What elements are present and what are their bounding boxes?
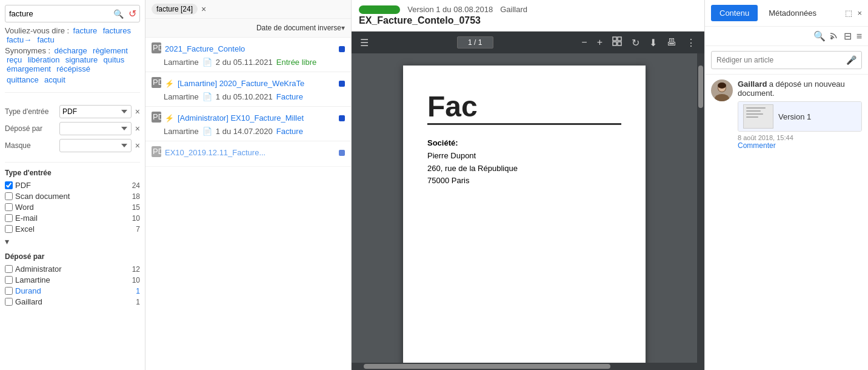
version-label: Version 1 du 08.08.2018 bbox=[407, 5, 493, 14]
toolbar-feed-icon[interactable] bbox=[830, 31, 839, 42]
facet-depose-durand-checkbox[interactable] bbox=[5, 287, 13, 295]
syn-emargement[interactable]: émargement bbox=[7, 64, 51, 73]
result-item-3[interactable]: PDF ⚡ [Administrator] EX10_Facture_Mille… bbox=[145, 107, 351, 141]
result-item-2[interactable]: PDF ⚡ [Lamartine] 2020_Facture_WeKraTe L… bbox=[145, 72, 351, 107]
viewer-scroll-content[interactable]: Fac Société: Pierre Dupont 260, rue de l… bbox=[352, 53, 697, 363]
result-item-3-name[interactable]: [Administrator] EX10_Facture_Millet bbox=[178, 113, 335, 123]
did-you-mean-label: Vouliez-vous dire : bbox=[5, 26, 69, 35]
facet-depose-admin-count: 12 bbox=[132, 265, 140, 274]
facet-type-word-checkbox[interactable] bbox=[5, 203, 13, 211]
synonyms-row2: quittance acquit bbox=[5, 75, 140, 84]
close-panel-icon[interactable]: × bbox=[857, 8, 862, 18]
facet-depose-lamartine-checkbox[interactable] bbox=[5, 276, 13, 284]
facet-type-scan: Scan document 18 bbox=[5, 192, 140, 201]
viewer-vertical-scrollbar[interactable] bbox=[697, 53, 704, 363]
result-item-2-folder: Lamartine bbox=[164, 92, 199, 101]
viewer-menu-btn[interactable]: ☰ bbox=[358, 36, 371, 50]
close-tag-button[interactable]: × bbox=[201, 4, 206, 14]
syn-recu[interactable]: reçu bbox=[7, 55, 22, 64]
sort-label[interactable]: Date de document inverse bbox=[256, 24, 341, 32]
suggestion-factures[interactable]: factures bbox=[103, 26, 131, 35]
result-item-2-tag[interactable]: Facture bbox=[276, 92, 303, 101]
suggestion-facture[interactable]: facture bbox=[73, 26, 98, 35]
search-bar: 🔍 ↺ bbox=[5, 5, 140, 22]
toolbar-search-icon[interactable]: 🔍 bbox=[813, 30, 826, 42]
reset-search-button[interactable]: ↺ bbox=[126, 8, 139, 19]
syn-recepisse[interactable]: récépissé bbox=[56, 64, 90, 73]
comment-input[interactable] bbox=[716, 56, 846, 64]
filter-masque-select[interactable] bbox=[59, 139, 132, 152]
syn-quitus[interactable]: quitus bbox=[104, 55, 125, 64]
facet-type-pdf-count: 24 bbox=[132, 181, 140, 190]
syn-decharge[interactable]: décharge bbox=[55, 46, 87, 55]
facet-depose-gaillard-checkbox[interactable] bbox=[5, 298, 13, 306]
facet-type-scan-checkbox[interactable] bbox=[5, 192, 13, 200]
divider-1 bbox=[5, 92, 140, 93]
svg-rect-10 bbox=[613, 42, 616, 45]
result-item-3-tag[interactable]: Facture bbox=[276, 127, 303, 136]
facet-type-title: Type d'entrée bbox=[5, 169, 140, 177]
viewer-horizontal-scrollbar[interactable] bbox=[352, 363, 704, 370]
version-preview-thumbnail bbox=[743, 104, 773, 129]
tab-metadata[interactable]: Métadonnées bbox=[760, 5, 825, 21]
suggestion-factu[interactable]: factu bbox=[38, 35, 55, 44]
syn-liberation[interactable]: libération bbox=[28, 55, 60, 64]
page-indicator[interactable] bbox=[457, 36, 493, 49]
toolbar-filter-icon[interactable]: ⊟ bbox=[844, 30, 852, 42]
more-options-btn[interactable]: ⋮ bbox=[684, 36, 698, 50]
result-item-3-pdf-icon: PDF bbox=[152, 112, 161, 124]
result-item-3-folder: Lamartine bbox=[164, 127, 199, 136]
syn-quittance[interactable]: quittance bbox=[7, 75, 39, 84]
svg-rect-11 bbox=[618, 42, 621, 45]
comment-link[interactable]: Commenter bbox=[738, 141, 862, 150]
did-you-mean-row: Vouliez-vous dire : facture factures fac… bbox=[5, 26, 140, 44]
viewer-toolbar: ☰ − + ↻ ⬇ 🖶 ⋮ bbox=[352, 32, 704, 53]
syn-signature[interactable]: signature bbox=[65, 55, 98, 64]
download-btn[interactable]: ⬇ bbox=[647, 36, 659, 50]
print-btn[interactable]: 🖶 bbox=[664, 36, 679, 49]
suggestion-factu-arrow[interactable]: factu→ bbox=[7, 35, 32, 44]
rotate-btn[interactable]: ↻ bbox=[629, 36, 642, 50]
activity-time: 8 août 2018, 15:44 bbox=[738, 134, 862, 141]
filter-type-row: Type d'entrée PDF × bbox=[5, 105, 140, 118]
result-item-1-meta: Lamartine 📄 2 du 05.11.2021 Entrée libre bbox=[152, 58, 345, 67]
facet-depose-admin-checkbox[interactable] bbox=[5, 265, 13, 273]
fit-page-btn[interactable] bbox=[610, 35, 624, 50]
search-input[interactable] bbox=[9, 9, 111, 18]
filter-type-clear[interactable]: × bbox=[135, 107, 140, 116]
search-button[interactable]: 🔍 bbox=[111, 9, 126, 19]
result-item-2-name[interactable]: [Lamartine] 2020_Facture_WeKraTe bbox=[178, 79, 335, 88]
result-item-4-name[interactable]: EX10_2019.12.11_Facture... bbox=[165, 148, 335, 157]
filter-type-select[interactable]: PDF bbox=[59, 105, 132, 118]
results-header: Date de document inverse ▾ bbox=[145, 19, 351, 38]
activity-user: Gaillard bbox=[738, 79, 767, 89]
entry-type-badge: Entrée libre bbox=[359, 5, 400, 14]
filter-depose-clear[interactable]: × bbox=[135, 124, 140, 133]
expand-icon[interactable]: ⬚ bbox=[845, 8, 852, 18]
version-box[interactable]: Version 1 bbox=[738, 101, 862, 132]
zoom-in-btn[interactable]: + bbox=[595, 36, 605, 49]
facet-type-more-btn[interactable]: ▾ bbox=[5, 237, 9, 246]
result-item-1-name[interactable]: 2021_Facture_Contelo bbox=[165, 44, 335, 53]
result-item-3-meta: Lamartine 📄 1 du 14.07.2020 Facture bbox=[152, 127, 345, 136]
right-panel-header: Contenu Métadonnées ⬚ × bbox=[705, 0, 868, 27]
comment-mic-icon[interactable]: 🎤 bbox=[846, 55, 856, 65]
facet-type-excel-checkbox[interactable] bbox=[5, 225, 13, 233]
tab-content[interactable]: Contenu bbox=[711, 5, 758, 21]
syn-reglement[interactable]: règlement bbox=[93, 46, 128, 55]
filter-depose-select[interactable] bbox=[59, 122, 132, 135]
facet-type-email-checkbox[interactable] bbox=[5, 214, 13, 222]
filter-type-label: Type d'entrée bbox=[5, 107, 59, 116]
syn-acquit[interactable]: acquit bbox=[44, 75, 65, 84]
sort-arrow-icon[interactable]: ▾ bbox=[341, 24, 345, 32]
result-item-1[interactable]: PDF 2021_Facture_Contelo Lamartine 📄 2 d… bbox=[145, 38, 351, 72]
result-item-1-tag[interactable]: Entrée libre bbox=[276, 58, 316, 67]
toolbar-list-icon[interactable]: ≡ bbox=[856, 31, 862, 42]
active-search-tag[interactable]: facture [24] bbox=[152, 4, 198, 15]
facet-depose-title: Déposé par bbox=[5, 252, 140, 261]
result-item-4-partial[interactable]: PDF EX10_2019.12.11_Facture... bbox=[145, 141, 351, 167]
facet-type-pdf-checkbox[interactable] bbox=[5, 181, 13, 189]
zoom-out-btn[interactable]: − bbox=[579, 36, 589, 49]
pdf-page: Fac Société: Pierre Dupont 260, rue de l… bbox=[403, 66, 646, 363]
filter-masque-clear[interactable]: × bbox=[135, 141, 140, 150]
